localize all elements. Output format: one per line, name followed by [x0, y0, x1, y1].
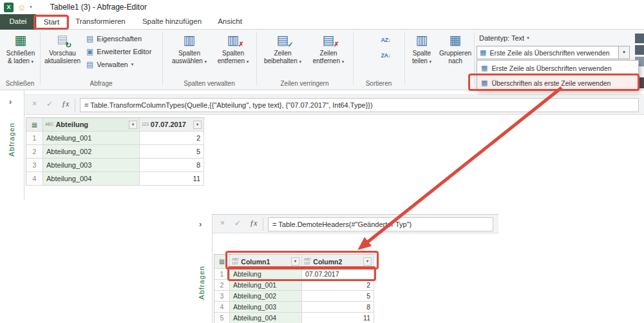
column-header-date[interactable]: 123 07.07.2017 ▾	[140, 118, 204, 132]
menu-item-ueberschriften-als-erste-zeile[interactable]: ▦ Überschriften als erste Zeile verwende…	[477, 75, 638, 90]
row-number[interactable]: 3	[214, 291, 230, 302]
filter-dropdown-icon[interactable]: ▾	[363, 257, 372, 266]
row-number[interactable]: 3	[26, 159, 43, 172]
formula-cancel-icon[interactable]: ×	[220, 219, 225, 228]
table-row: 1 Abteilung_001 2	[26, 132, 204, 145]
header-combo-label: Erste Zeile als Überschriften verwenden	[489, 49, 609, 57]
cell-abteilung[interactable]: Abteilung_001	[43, 132, 140, 145]
cell-abteilung[interactable]: Abteilung_002	[43, 145, 140, 159]
cell[interactable]: 11	[302, 313, 374, 323]
table-row: 1 Abteilung 07.07.2017	[214, 269, 374, 280]
sort-descending-button[interactable]: ZA↓	[375, 49, 397, 62]
result-screenshot: › Abfragen × ✓ ƒx = Table.DemoteHeaders(…	[192, 214, 498, 323]
filter-dropdown-icon[interactable]: ▾	[129, 121, 137, 129]
dropdown-icon: ▾	[205, 59, 207, 64]
spalten-auswaehlen-button[interactable]: ▥ Spalten auswählen ▾	[169, 32, 210, 78]
zeilen-beibehalten-button[interactable]: ▤✓ Zeilen beibehalten ▾	[260, 32, 305, 78]
cell-value[interactable]: 11	[140, 172, 204, 186]
row-number[interactable]: 2	[214, 280, 230, 291]
table-row: 4 Abteilung_004 11	[26, 172, 204, 186]
group-separator	[256, 32, 257, 85]
row-number[interactable]: 2	[26, 145, 43, 159]
tab-datei[interactable]: Datei	[0, 14, 36, 30]
row-number[interactable]: 1	[214, 269, 230, 280]
fx-icon[interactable]: ƒx	[62, 99, 69, 109]
dropdown-icon: ▾	[299, 59, 301, 64]
clipped-ribbon-button[interactable]	[635, 34, 644, 43]
formula-cancel-icon[interactable]: ×	[32, 99, 37, 108]
formula-input[interactable]: = Table.TransformColumnTypes(Quelle,{{"A…	[80, 98, 639, 112]
expand-sidebar-icon[interactable]: ›	[199, 219, 202, 229]
column-header-column1[interactable]: ABC123 Column1 ▾	[230, 255, 302, 269]
cell-value[interactable]: 8	[140, 159, 204, 172]
group-label-spalten-verwalten: Spalten verwalten	[162, 80, 256, 87]
split-column-icon: ▥	[416, 32, 428, 48]
table-row: 2 Abteilung_002 5	[26, 145, 204, 159]
title-bar: X ☺ ▾ Tabelle1 (3) - Abfrage-Editor	[0, 0, 644, 14]
cell-abteilung[interactable]: Abteilung_004	[43, 172, 140, 186]
column-header-column2[interactable]: ABC123 Column2 ▾	[302, 255, 374, 269]
type-text-badge: ABC	[45, 122, 53, 126]
formula-bar: × ✓ ƒx = Table.DemoteHeaders(#"Geänderte…	[213, 214, 498, 233]
cell[interactable]: Abteilung_003	[230, 302, 302, 313]
gruppieren-nach-button[interactable]: ▦ Gruppieren nach	[437, 32, 474, 78]
label: entfernen	[218, 57, 245, 64]
eigenschaften-button[interactable]: ▤ Eigenschaften	[86, 33, 142, 44]
fx-icon[interactable]: ƒx	[250, 219, 257, 228]
clipped-ribbon-button[interactable]	[635, 45, 644, 55]
group-separator	[162, 32, 163, 85]
cell[interactable]: 07.07.2017	[302, 269, 374, 280]
properties-icon: ▤	[86, 35, 93, 43]
tab-start[interactable]: Start	[36, 14, 67, 30]
sidebar-abfragen-label[interactable]: Abfragen	[198, 266, 205, 300]
row-number[interactable]: 5	[214, 313, 230, 323]
cell-abteilung[interactable]: Abteilung_003	[43, 159, 140, 172]
remove-columns-icon: ▥	[227, 32, 240, 48]
zeilen-entfernen-button[interactable]: ▤✗ Zeilen entfernen ▾	[308, 32, 349, 78]
row-number[interactable]: 4	[214, 302, 230, 313]
sort-ascending-button[interactable]: AZ↓	[375, 34, 397, 46]
group-separator	[474, 32, 475, 85]
use-first-row-as-headers-button[interactable]: ▦ Erste Zeile als Überschriften verwende…	[477, 46, 630, 59]
cell-value[interactable]: 2	[140, 132, 204, 145]
quick-access-dropdown-icon[interactable]: ▾	[30, 5, 32, 10]
formula-separator	[263, 218, 263, 231]
table-corner-button[interactable]: ▦	[26, 118, 43, 132]
datentyp-button[interactable]: Datentyp: Text ▾	[479, 34, 529, 42]
tab-transformieren[interactable]: Transformieren	[67, 14, 134, 30]
column-name: Column1	[241, 258, 270, 266]
cell[interactable]: Abteilung_001	[230, 280, 302, 291]
erweiterter-editor-button[interactable]: ▣ Erweiterter Editor	[86, 46, 151, 57]
filter-dropdown-icon[interactable]: ▾	[193, 121, 202, 129]
tab-spalte-hinzufuegen[interactable]: Spalte hinzufügen	[134, 14, 210, 30]
refresh-preview-button[interactable]: ▤↻ Vorschau aktualisieren	[41, 32, 84, 78]
expand-sidebar-icon[interactable]: ›	[9, 97, 12, 106]
close-load-label-2: & laden	[8, 57, 30, 64]
sidebar-abfragen-label[interactable]: Abfragen	[8, 122, 15, 157]
spalte-teilen-button[interactable]: ▥ Spalte teilen ▾	[407, 32, 437, 78]
formula-input[interactable]: = Table.DemoteHeaders(#"Geänderter Typ")	[268, 217, 493, 231]
close-and-load-button[interactable]: ▦ Schließen & laden ▾	[3, 32, 39, 78]
verwalten-button[interactable]: ▤ Verwalten ▾	[86, 59, 133, 70]
refresh-label-2: aktualisieren	[44, 57, 80, 65]
row-number[interactable]: 1	[26, 132, 43, 145]
table-corner-button[interactable]: ▦	[214, 255, 230, 269]
column-header-abteilung[interactable]: ABC Abteilung ▾	[43, 118, 140, 132]
row-number[interactable]: 4	[26, 172, 43, 186]
formula-accept-icon[interactable]: ✓	[234, 219, 241, 228]
cell[interactable]: 8	[302, 302, 374, 313]
smiley-feedback-icon[interactable]: ☺	[17, 3, 26, 12]
cell[interactable]: Abteilung_004	[230, 313, 302, 323]
table-row: 4 Abteilung_003 8	[214, 302, 374, 313]
menu-item-erste-zeile-als-ueberschriften[interactable]: ▦ Erste Zeile als Überschriften verwende…	[477, 61, 638, 75]
cell[interactable]: 5	[302, 291, 374, 302]
cell[interactable]: Abteilung_002	[230, 291, 302, 302]
tab-ansicht[interactable]: Ansicht	[210, 14, 250, 30]
cell-value[interactable]: 5	[140, 145, 204, 159]
header-combo-dropdown-icon[interactable]: ▾	[618, 46, 629, 59]
cell[interactable]: 2	[302, 280, 374, 291]
formula-accept-icon[interactable]: ✓	[46, 99, 53, 108]
cell[interactable]: Abteilung	[230, 269, 302, 280]
filter-dropdown-icon[interactable]: ▾	[291, 257, 299, 266]
spalten-entfernen-button[interactable]: ▥✗ Spalten entfernen ▾	[213, 32, 254, 78]
